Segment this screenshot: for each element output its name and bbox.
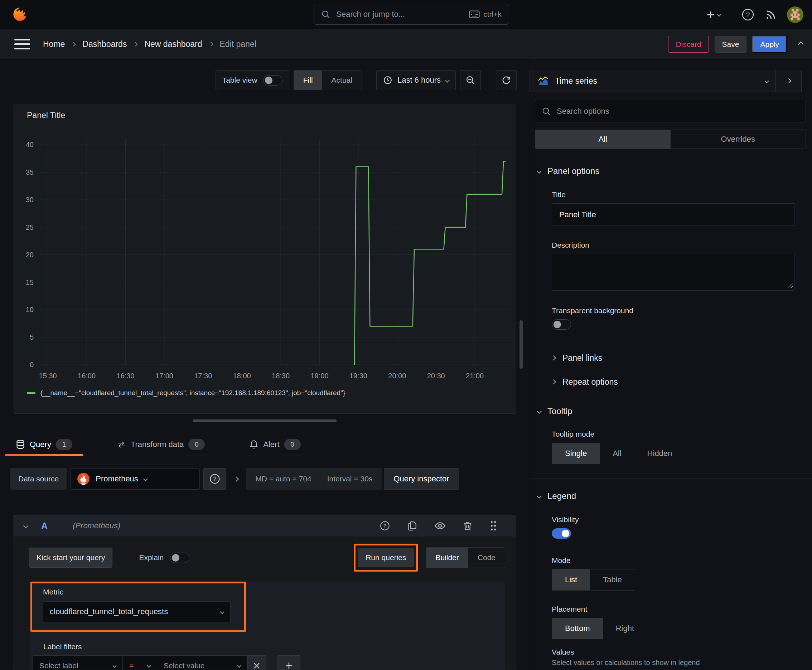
query-tabs: Query 1 Transform data 0 Alert 0	[0, 433, 523, 456]
shortcut-hint: ctrl+k	[469, 10, 502, 19]
legend-mode-table-option[interactable]: Table	[590, 569, 635, 590]
legend-series-label[interactable]: {__name__="cloudflared_tunnel_total_requ…	[41, 389, 345, 397]
chevron-down-icon	[765, 79, 769, 83]
x-axis-tick-label: 17:00	[155, 372, 173, 380]
filter-operator-select[interactable]: =	[123, 655, 157, 670]
legend-visibility-toggle[interactable]	[552, 528, 571, 539]
expand-row-button[interactable]	[230, 477, 242, 481]
section-divider	[529, 394, 812, 394]
filter-label-select[interactable]: Select label	[32, 655, 123, 670]
tab-transform-label: Transform data	[131, 440, 184, 449]
filter-value-placeholder: Select value	[164, 662, 233, 670]
chevron-right-icon	[551, 379, 556, 384]
kick-start-query-button[interactable]: Kick start your query	[29, 548, 112, 568]
transparent-background-toggle[interactable]	[552, 319, 571, 330]
filter-label-placeholder: Select label	[39, 662, 108, 670]
panel-options-section-header[interactable]: Panel options	[529, 166, 812, 176]
add-filter-button[interactable]	[278, 655, 300, 670]
tab-overrides[interactable]: Overrides	[671, 130, 806, 149]
plus-icon: +	[707, 8, 715, 22]
panel-links-section-header[interactable]: Panel links	[529, 346, 812, 370]
svg-text:?: ?	[746, 11, 750, 19]
remove-filter-button[interactable]	[247, 655, 266, 670]
query-row-header[interactable]: A (Prometheus) ?	[13, 515, 516, 536]
breadcrumb-new-dashboard[interactable]: New dashboard	[144, 39, 202, 49]
apply-button[interactable]: Apply	[752, 36, 787, 52]
viz-suggestions-button[interactable]	[775, 70, 801, 91]
database-icon	[16, 440, 25, 450]
delete-query-trash-icon[interactable]	[462, 520, 473, 531]
repeat-options-section-header[interactable]: Repeat options	[529, 370, 812, 394]
tooltip-hidden-option[interactable]: Hidden	[634, 443, 685, 464]
builder-code-segment: Builder Code	[425, 547, 505, 568]
duplicate-query-icon[interactable]	[407, 520, 418, 531]
hide-query-eye-icon[interactable]	[434, 520, 446, 531]
help-button[interactable]: ?	[741, 8, 755, 22]
legend-section-header[interactable]: Legend	[529, 491, 812, 501]
collapse-options-button[interactable]	[799, 42, 803, 46]
drag-handle-icon[interactable]	[490, 520, 497, 531]
builder-option[interactable]: Builder	[426, 548, 468, 568]
new-menu-button[interactable]: +	[707, 8, 721, 22]
chevron-down-icon[interactable]	[23, 523, 28, 528]
time-range-picker[interactable]: Last 6 hours	[376, 70, 456, 90]
options-search[interactable]: Search options	[535, 100, 806, 122]
x-axis-tick-label: 18:00	[233, 372, 251, 380]
legend-visibility-label: Visibility	[552, 515, 812, 524]
explain-toggle[interactable]	[170, 553, 190, 563]
actual-option[interactable]: Actual	[322, 71, 362, 90]
legend-placement-right-option[interactable]: Right	[603, 618, 647, 639]
tab-query[interactable]: Query 1	[5, 433, 83, 456]
query-row-actions: ?	[379, 520, 497, 531]
news-rss-button[interactable]	[765, 8, 777, 21]
datasource-help-button[interactable]: ?	[203, 468, 226, 490]
x-axis-tick-label: 18:30	[272, 372, 290, 380]
scrollbar-thumb[interactable]	[519, 320, 523, 369]
menu-toggle-button[interactable]	[14, 39, 30, 50]
tooltip-section-header[interactable]: Tooltip	[529, 406, 812, 416]
fill-option[interactable]: Fill	[294, 71, 322, 90]
filter-value-select[interactable]: Select value	[157, 655, 247, 670]
refresh-button[interactable]	[496, 70, 517, 90]
panel-title-input[interactable]	[552, 203, 795, 226]
series-line	[354, 161, 506, 365]
query-help-icon[interactable]: ?	[379, 520, 391, 531]
code-option[interactable]: Code	[468, 548, 505, 568]
global-search[interactable]: Search or jump to... ctrl+k	[314, 4, 509, 25]
chevron-right-icon	[209, 42, 214, 47]
metric-select[interactable]: cloudflared_tunnel_total_requests	[43, 601, 231, 622]
run-queries-highlight: Run queries	[354, 544, 418, 572]
zoom-out-button[interactable]	[460, 70, 481, 90]
panel-title[interactable]: Panel Title	[27, 111, 65, 120]
description-textarea[interactable]	[552, 254, 795, 291]
time-range-label: Last 6 hours	[397, 76, 441, 85]
tab-all[interactable]: All	[535, 130, 671, 149]
chart-legend[interactable]: {__name__="cloudflared_tunnel_total_requ…	[27, 389, 345, 397]
legend-placement-bottom-option[interactable]: Bottom	[552, 618, 603, 639]
pane-resize-handle[interactable]	[193, 420, 337, 422]
table-view-toggle[interactable]	[263, 75, 283, 86]
user-avatar[interactable]	[787, 7, 804, 23]
y-axis-tick-label: 20	[26, 251, 34, 259]
tab-transform-data[interactable]: Transform data 0	[106, 433, 215, 456]
save-button[interactable]: Save	[715, 36, 747, 52]
actions-divider	[793, 36, 793, 52]
tooltip-all-option[interactable]: All	[600, 443, 634, 464]
metric-value: cloudflared_tunnel_total_requests	[50, 607, 215, 616]
time-series-chart[interactable]: 051015202530354015:3016:0016:3017:0017:3…	[14, 104, 516, 383]
section-divider	[529, 479, 812, 479]
query-inspector-button[interactable]: Query inspector	[384, 468, 459, 490]
grafana-logo-icon[interactable]	[11, 6, 29, 24]
visualization-picker[interactable]: Time series	[530, 70, 775, 91]
legend-mode-list-option[interactable]: List	[552, 569, 590, 590]
datasource-picker[interactable]: Prometheus	[70, 468, 200, 490]
tab-alert[interactable]: Alert 0	[239, 433, 311, 456]
chevron-down-icon	[445, 78, 450, 83]
chevron-down-icon	[717, 12, 721, 17]
discard-button[interactable]: Discard	[668, 36, 709, 52]
breadcrumb-dashboards[interactable]: Dashboards	[82, 39, 127, 49]
tooltip-single-option[interactable]: Single	[552, 443, 600, 464]
run-queries-button[interactable]: Run queries	[358, 548, 414, 567]
legend-mode-segment: List Table	[552, 569, 635, 590]
breadcrumb-home[interactable]: Home	[43, 39, 65, 49]
